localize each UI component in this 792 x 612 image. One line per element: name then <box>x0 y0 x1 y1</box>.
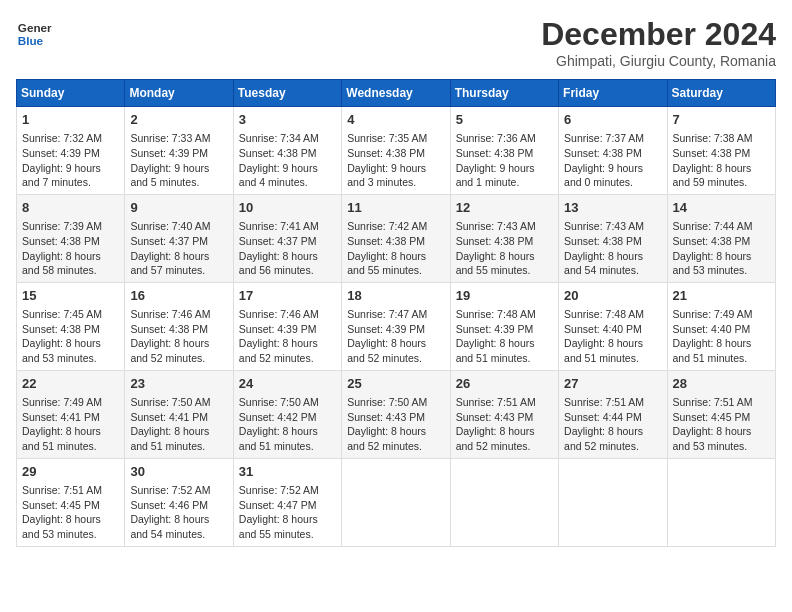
sunset-text: Sunset: 4:38 PM <box>239 147 317 159</box>
day-number: 9 <box>130 199 227 217</box>
daylight-text: Daylight: 9 hours and 0 minutes. <box>564 162 643 189</box>
daylight-text: Daylight: 8 hours and 55 minutes. <box>347 250 426 277</box>
day-number: 5 <box>456 111 553 129</box>
day-number: 12 <box>456 199 553 217</box>
daylight-text: Daylight: 8 hours and 58 minutes. <box>22 250 101 277</box>
sunrise-text: Sunrise: 7:48 AM <box>456 308 536 320</box>
calendar-cell: 20Sunrise: 7:48 AMSunset: 4:40 PMDayligh… <box>559 282 667 370</box>
sunrise-text: Sunrise: 7:46 AM <box>239 308 319 320</box>
sunrise-text: Sunrise: 7:48 AM <box>564 308 644 320</box>
calendar-cell <box>559 458 667 546</box>
sunset-text: Sunset: 4:41 PM <box>22 411 100 423</box>
weekday-header-tuesday: Tuesday <box>233 80 341 107</box>
daylight-text: Daylight: 8 hours and 53 minutes. <box>673 250 752 277</box>
calendar-cell: 18Sunrise: 7:47 AMSunset: 4:39 PMDayligh… <box>342 282 450 370</box>
sunrise-text: Sunrise: 7:44 AM <box>673 220 753 232</box>
day-number: 7 <box>673 111 770 129</box>
sunrise-text: Sunrise: 7:49 AM <box>673 308 753 320</box>
sunset-text: Sunset: 4:38 PM <box>673 235 751 247</box>
weekday-header-wednesday: Wednesday <box>342 80 450 107</box>
daylight-text: Daylight: 8 hours and 52 minutes. <box>347 337 426 364</box>
calendar-cell: 22Sunrise: 7:49 AMSunset: 4:41 PMDayligh… <box>17 370 125 458</box>
daylight-text: Daylight: 8 hours and 59 minutes. <box>673 162 752 189</box>
sunset-text: Sunset: 4:39 PM <box>239 323 317 335</box>
day-number: 1 <box>22 111 119 129</box>
day-number: 24 <box>239 375 336 393</box>
sunrise-text: Sunrise: 7:50 AM <box>130 396 210 408</box>
daylight-text: Daylight: 8 hours and 51 minutes. <box>239 425 318 452</box>
sunset-text: Sunset: 4:38 PM <box>22 323 100 335</box>
day-number: 28 <box>673 375 770 393</box>
daylight-text: Daylight: 8 hours and 51 minutes. <box>564 337 643 364</box>
sunset-text: Sunset: 4:39 PM <box>456 323 534 335</box>
calendar-cell: 3Sunrise: 7:34 AMSunset: 4:38 PMDaylight… <box>233 107 341 195</box>
calendar-cell: 29Sunrise: 7:51 AMSunset: 4:45 PMDayligh… <box>17 458 125 546</box>
daylight-text: Daylight: 8 hours and 54 minutes. <box>564 250 643 277</box>
calendar-cell: 11Sunrise: 7:42 AMSunset: 4:38 PMDayligh… <box>342 194 450 282</box>
calendar-cell: 14Sunrise: 7:44 AMSunset: 4:38 PMDayligh… <box>667 194 775 282</box>
calendar-cell: 28Sunrise: 7:51 AMSunset: 4:45 PMDayligh… <box>667 370 775 458</box>
week-row-2: 8Sunrise: 7:39 AMSunset: 4:38 PMDaylight… <box>17 194 776 282</box>
sunrise-text: Sunrise: 7:46 AM <box>130 308 210 320</box>
calendar-cell: 13Sunrise: 7:43 AMSunset: 4:38 PMDayligh… <box>559 194 667 282</box>
sunset-text: Sunset: 4:40 PM <box>564 323 642 335</box>
header: General Blue December 2024 Ghimpati, Giu… <box>16 16 776 69</box>
sunrise-text: Sunrise: 7:51 AM <box>456 396 536 408</box>
day-number: 22 <box>22 375 119 393</box>
sunset-text: Sunset: 4:46 PM <box>130 499 208 511</box>
day-number: 20 <box>564 287 661 305</box>
day-number: 11 <box>347 199 444 217</box>
day-number: 14 <box>673 199 770 217</box>
calendar-cell: 5Sunrise: 7:36 AMSunset: 4:38 PMDaylight… <box>450 107 558 195</box>
sunset-text: Sunset: 4:42 PM <box>239 411 317 423</box>
sunrise-text: Sunrise: 7:40 AM <box>130 220 210 232</box>
day-number: 31 <box>239 463 336 481</box>
daylight-text: Daylight: 9 hours and 5 minutes. <box>130 162 209 189</box>
sunrise-text: Sunrise: 7:37 AM <box>564 132 644 144</box>
sunset-text: Sunset: 4:38 PM <box>456 235 534 247</box>
week-row-1: 1Sunrise: 7:32 AMSunset: 4:39 PMDaylight… <box>17 107 776 195</box>
weekday-header-monday: Monday <box>125 80 233 107</box>
sunrise-text: Sunrise: 7:50 AM <box>239 396 319 408</box>
calendar-cell: 2Sunrise: 7:33 AMSunset: 4:39 PMDaylight… <box>125 107 233 195</box>
daylight-text: Daylight: 8 hours and 53 minutes. <box>22 513 101 540</box>
sunset-text: Sunset: 4:39 PM <box>22 147 100 159</box>
sunrise-text: Sunrise: 7:34 AM <box>239 132 319 144</box>
daylight-text: Daylight: 8 hours and 52 minutes. <box>130 337 209 364</box>
calendar-cell: 17Sunrise: 7:46 AMSunset: 4:39 PMDayligh… <box>233 282 341 370</box>
daylight-text: Daylight: 8 hours and 51 minutes. <box>130 425 209 452</box>
calendar-cell: 31Sunrise: 7:52 AMSunset: 4:47 PMDayligh… <box>233 458 341 546</box>
sunrise-text: Sunrise: 7:49 AM <box>22 396 102 408</box>
calendar-body: 1Sunrise: 7:32 AMSunset: 4:39 PMDaylight… <box>17 107 776 547</box>
calendar-cell: 27Sunrise: 7:51 AMSunset: 4:44 PMDayligh… <box>559 370 667 458</box>
sunset-text: Sunset: 4:45 PM <box>673 411 751 423</box>
weekday-header-saturday: Saturday <box>667 80 775 107</box>
weekday-header-row: SundayMondayTuesdayWednesdayThursdayFrid… <box>17 80 776 107</box>
weekday-header-thursday: Thursday <box>450 80 558 107</box>
sunset-text: Sunset: 4:39 PM <box>130 147 208 159</box>
calendar-cell: 1Sunrise: 7:32 AMSunset: 4:39 PMDaylight… <box>17 107 125 195</box>
sunset-text: Sunset: 4:38 PM <box>564 147 642 159</box>
daylight-text: Daylight: 9 hours and 1 minute. <box>456 162 535 189</box>
calendar-cell: 4Sunrise: 7:35 AMSunset: 4:38 PMDaylight… <box>342 107 450 195</box>
day-number: 29 <box>22 463 119 481</box>
sunset-text: Sunset: 4:37 PM <box>239 235 317 247</box>
day-number: 30 <box>130 463 227 481</box>
daylight-text: Daylight: 8 hours and 54 minutes. <box>130 513 209 540</box>
sunrise-text: Sunrise: 7:45 AM <box>22 308 102 320</box>
svg-text:General: General <box>18 21 52 34</box>
sunrise-text: Sunrise: 7:32 AM <box>22 132 102 144</box>
daylight-text: Daylight: 9 hours and 7 minutes. <box>22 162 101 189</box>
sunset-text: Sunset: 4:40 PM <box>673 323 751 335</box>
sunrise-text: Sunrise: 7:38 AM <box>673 132 753 144</box>
day-number: 8 <box>22 199 119 217</box>
calendar-cell: 9Sunrise: 7:40 AMSunset: 4:37 PMDaylight… <box>125 194 233 282</box>
daylight-text: Daylight: 8 hours and 52 minutes. <box>239 337 318 364</box>
sunrise-text: Sunrise: 7:51 AM <box>564 396 644 408</box>
day-number: 26 <box>456 375 553 393</box>
day-number: 2 <box>130 111 227 129</box>
sunset-text: Sunset: 4:39 PM <box>347 323 425 335</box>
day-number: 16 <box>130 287 227 305</box>
daylight-text: Daylight: 8 hours and 52 minutes. <box>347 425 426 452</box>
sunset-text: Sunset: 4:38 PM <box>22 235 100 247</box>
